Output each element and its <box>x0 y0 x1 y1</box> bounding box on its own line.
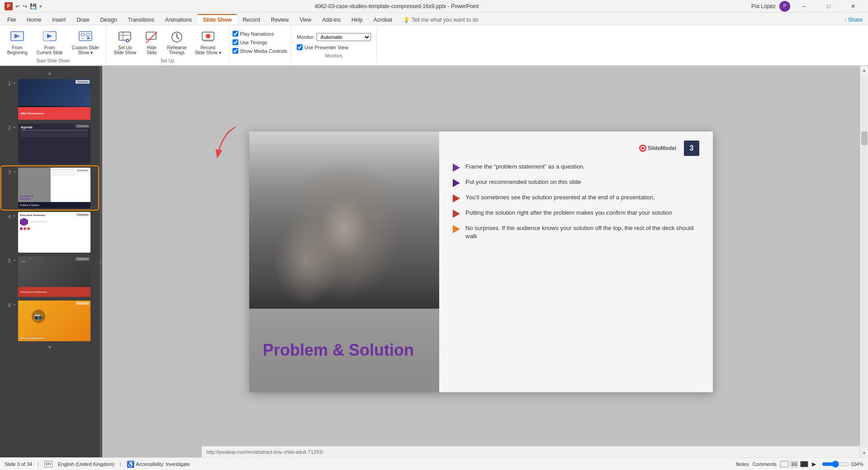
quick-access-more[interactable]: ▾ <box>39 3 42 9</box>
vscroll-thumb[interactable] <box>861 132 868 145</box>
quick-access-redo[interactable]: ↪ <box>23 3 27 9</box>
slide-star-5: * <box>14 259 15 264</box>
use-presenter-view-checkbox[interactable]: Use Presenter View <box>297 44 371 51</box>
slide-panel-scroll-down[interactable]: ▼ <box>2 344 98 351</box>
tab-addins[interactable]: Add-ins <box>317 15 346 25</box>
separator-2: | <box>120 461 121 467</box>
slide5-label: Testimonial Statement <box>20 291 47 293</box>
close-button[interactable]: ✕ <box>843 0 863 13</box>
slide-item-1[interactable]: 1 * MBA Presentation SlideModel <box>2 78 98 121</box>
custom-slide-show-button[interactable]: Custom SlideShow ▾ <box>68 28 102 57</box>
bullet-text-1: Frame the “problem statement” as a quest… <box>465 163 585 171</box>
ribbon-group-setup: Set UpSlide Show HideSlide <box>106 27 228 63</box>
tell-me-box[interactable]: 💡 Tell me what you want to do <box>403 17 484 25</box>
slide-thumb-5: " Testimonial Statement SlideModel <box>18 256 90 297</box>
ribbon: FromBeginning FromCurrent Slide <box>0 25 868 66</box>
share-button[interactable]: ↑ Share <box>844 17 866 25</box>
setup-slide-show-button[interactable]: Set UpSlide Show <box>110 28 140 57</box>
tab-insert[interactable]: Insert <box>47 15 71 25</box>
use-timings-checkbox[interactable]: Use Timings <box>232 39 268 46</box>
slide1-tag: SlideModel <box>76 80 90 84</box>
accessibility-text: Accessibility: Investigate <box>136 461 190 467</box>
vscroll-down[interactable]: ▼ <box>862 449 867 457</box>
bullet-item-3: You’ll sometimes see the solution presen… <box>453 193 699 202</box>
ribbon-tabs: File Home Insert Draw Design Transitions… <box>0 13 868 25</box>
monitors-group-label: Monitors <box>297 52 371 58</box>
main-slide: Problem & Solution S <box>249 132 713 392</box>
slide-item-4[interactable]: 4 * Executive Summary SlideModel <box>2 211 98 254</box>
slideshow-icon[interactable]: ▶ <box>810 461 818 467</box>
slide2-tag: SlideModel <box>76 124 90 128</box>
tab-home[interactable]: Home <box>21 15 47 25</box>
slide-item-2[interactable]: 2 * Agenda SlideModel <box>2 122 98 165</box>
quick-access-save[interactable]: 💾 <box>30 3 37 9</box>
status-bar-left: Slide 3 of 34 | EN English (United Kingd… <box>5 461 190 468</box>
tab-help[interactable]: Help <box>346 15 368 25</box>
slide-number-badge: 3 <box>684 141 699 156</box>
tab-file[interactable]: File <box>2 15 21 25</box>
window-title: 4062-03-case-studies-template-compressed… <box>315 3 479 9</box>
monitor-label: Monitor: <box>297 34 315 40</box>
slide-star-2: * <box>14 126 15 131</box>
slide-panel[interactable]: ▲ 1 * MBA Presentation SlideModel 2 * Ag… <box>0 66 100 457</box>
tab-review[interactable]: Review <box>266 15 294 25</box>
hide-slide-icon <box>144 30 159 44</box>
slide4-tag: SlideModel <box>76 213 90 216</box>
language-icon[interactable]: EN <box>44 461 52 467</box>
maximize-button[interactable]: □ <box>818 0 839 13</box>
hide-slide-label: HideSlide <box>147 45 157 55</box>
bullet-item-2: Put your recommended solution on this sl… <box>453 178 699 187</box>
tab-design[interactable]: Design <box>95 15 122 25</box>
record-slide-show-button[interactable]: RecordSlide Show ▾ <box>191 28 225 57</box>
title-bar-right: Pía López P ─ □ ✕ <box>751 0 863 13</box>
user-avatar[interactable]: P <box>779 1 790 12</box>
reading-view-icon[interactable] <box>800 461 808 467</box>
slidemodel-logo: SlideModel .. <box>639 144 679 152</box>
svg-rect-10 <box>119 32 131 40</box>
from-current-button[interactable]: FromCurrent Slide <box>33 28 66 57</box>
ribbon-group-start-slideshow: FromBeginning FromCurrent Slide <box>0 27 106 63</box>
status-bar-right: Notes Comments ▶ 104% <box>736 461 863 467</box>
tab-animations[interactable]: Animations <box>160 15 197 25</box>
slide-panel-scroll-up[interactable]: ▲ <box>2 70 98 76</box>
rehearse-timings-button[interactable]: RehearseTimings <box>163 28 190 57</box>
right-sidebar: ▲ ▼ <box>860 66 868 457</box>
show-media-controls-checkbox[interactable]: Show Media Controls <box>232 47 288 54</box>
bullet-icon-5 <box>453 225 460 233</box>
zoom-slider[interactable] <box>822 461 849 467</box>
slide-item-6[interactable]: 6 * Client Background SlideModel 📷 <box>2 300 98 342</box>
tab-slideshow[interactable]: Slide Show <box>197 14 237 25</box>
slide-item-5[interactable]: 5 * " Testimonial Statement SlideModel <box>2 255 98 298</box>
tab-record[interactable]: Record <box>237 15 266 25</box>
slide-logo-area: SlideModel .. 3 <box>453 141 699 156</box>
hide-slide-button[interactable]: HideSlide <box>141 28 162 57</box>
slide-sorter-icon[interactable] <box>790 461 798 467</box>
monitor-select[interactable]: Automatic <box>317 33 371 41</box>
vscroll-up[interactable]: ▲ <box>862 66 867 75</box>
powerpoint-icon: P <box>5 2 13 10</box>
minimize-button[interactable]: ─ <box>794 0 815 13</box>
tab-draw[interactable]: Draw <box>71 15 95 25</box>
from-beginning-button[interactable]: FromBeginning <box>4 28 31 57</box>
comments-button[interactable]: Comments <box>753 461 777 467</box>
tab-view[interactable]: View <box>294 15 317 25</box>
slide6-label: Client Background <box>20 337 44 339</box>
slide-number-1: 1 <box>4 81 11 86</box>
accessibility-area[interactable]: ♿ Accessibility: Investigate <box>127 461 190 468</box>
normal-view-icon[interactable] <box>780 461 788 467</box>
play-narrations-checkbox[interactable]: Play Narrations <box>232 30 274 37</box>
setup-group-label: Set Up <box>110 57 224 63</box>
tab-transitions[interactable]: Transitions <box>123 15 160 25</box>
title-bar: P ↩ ↪ 💾 ▾ 4062-03-case-studies-template-… <box>0 0 868 13</box>
quick-access-undo[interactable]: ↩ <box>15 3 20 9</box>
slide-star-1: * <box>14 82 15 87</box>
rehearse-label: RehearseTimings <box>167 45 186 55</box>
slide-star-4: * <box>14 215 15 220</box>
zoom-controls: 104% <box>822 461 863 467</box>
slide-item-3[interactable]: 3 * Problem &Solution Problem & Solution… <box>2 167 98 209</box>
tell-me-input[interactable]: Tell me what you want to do <box>412 17 484 23</box>
ribbon-group-checkboxes: Play Narrations Use Timings Show Media C… <box>229 27 292 63</box>
tab-acrobat[interactable]: Acrobat <box>368 15 398 25</box>
slide-star-6: * <box>14 303 15 308</box>
notes-button[interactable]: Notes <box>736 461 749 467</box>
